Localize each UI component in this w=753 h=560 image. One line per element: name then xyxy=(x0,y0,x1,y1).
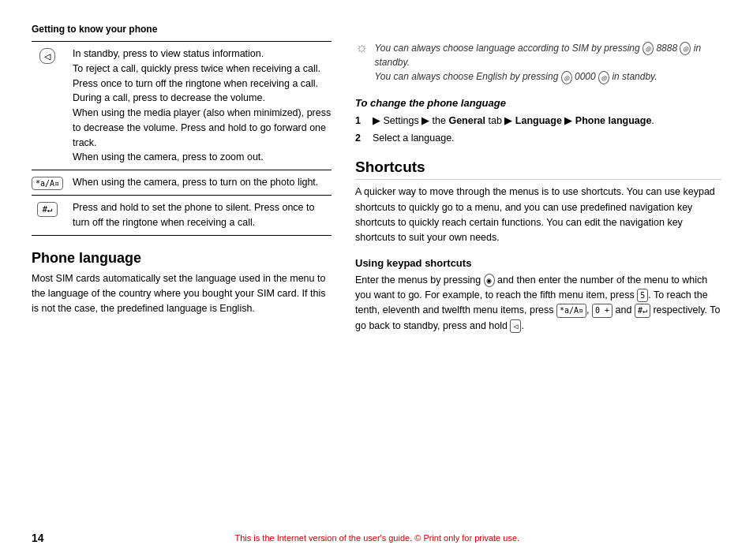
key-icon-hash: #↵ xyxy=(32,200,63,217)
back-icon: ◁ xyxy=(39,48,55,64)
circle-icon: ◎ xyxy=(561,71,572,84)
page-header: Getting to know your phone xyxy=(32,24,721,35)
circle-icon: ◎ xyxy=(642,42,654,55)
step-num-2: 2 xyxy=(355,131,366,146)
step-num-1: 1 xyxy=(355,114,366,129)
header-title: Getting to know your phone xyxy=(32,24,157,35)
back-key-icon: ◁ xyxy=(510,319,521,334)
footer-text: This is the Internet version of the user… xyxy=(44,533,710,543)
footer: 14 This is the Internet version of the u… xyxy=(32,532,721,544)
page: Getting to know your phone ◁ In standby,… xyxy=(0,0,753,560)
using-keypad-title: Using keypad shortcuts xyxy=(355,257,721,269)
key-description-1: In standby, press to view status informa… xyxy=(73,47,332,165)
key-table: ◁ In standby, press to view status infor… xyxy=(32,41,332,236)
star-aA-icon: *a/A¤ xyxy=(32,177,63,190)
shortcuts-body: A quicker way to move through the menus … xyxy=(355,185,721,246)
tip-box: ☼ You can always choose language accordi… xyxy=(355,41,721,84)
hash-icon: #↵ xyxy=(37,202,57,217)
phone-language-body: Most SIM cards automatically set the lan… xyxy=(32,271,332,317)
hash-key-icon: #↵ xyxy=(635,304,650,318)
circle-icon: ◎ xyxy=(680,42,691,55)
right-column: ☼ You can always choose language accordi… xyxy=(355,41,721,524)
5-icon: 5 xyxy=(637,289,648,303)
circle-icon: ◎ xyxy=(598,71,609,84)
left-column: ◁ In standby, press to view status infor… xyxy=(32,41,332,524)
key-icon-back: ◁ xyxy=(32,47,63,64)
0-key-icon: 0 + xyxy=(592,304,613,318)
tip-icon: ☼ xyxy=(355,39,369,56)
content-area: ◁ In standby, press to view status infor… xyxy=(32,41,721,524)
change-language-title: To change the phone language xyxy=(355,97,721,109)
page-number: 14 xyxy=(32,532,44,544)
tip-text: You can always choose language according… xyxy=(375,41,722,84)
step-text-1: ▶ Settings ▶ the General tab ▶ Language … xyxy=(373,114,721,129)
table-row: ◁ In standby, press to view status infor… xyxy=(32,42,332,170)
step-1: 1 ▶ Settings ▶ the General tab ▶ Languag… xyxy=(355,114,721,129)
table-row: #↵ Press and hold to set the phone to si… xyxy=(32,196,332,236)
star-key-icon: *a/A¤ xyxy=(556,304,586,318)
step-text-2: Select a language. xyxy=(373,131,721,146)
menu-circle-icon: ◉ xyxy=(484,274,495,288)
key-icon-star: *a/A¤ xyxy=(32,175,63,190)
shortcuts-title: Shortcuts xyxy=(355,159,721,180)
step-2: 2 Select a language. xyxy=(355,131,721,146)
using-keypad-body: Enter the menus by pressing ◉ and then e… xyxy=(355,273,721,334)
key-description-2: When using the camera, press to turn on … xyxy=(73,175,332,190)
phone-language-title: Phone language xyxy=(32,250,332,267)
table-row: *a/A¤ When using the camera, press to tu… xyxy=(32,170,332,196)
change-language-steps: 1 ▶ Settings ▶ the General tab ▶ Languag… xyxy=(355,114,721,147)
key-description-3: Press and hold to set the phone to silen… xyxy=(73,200,332,230)
